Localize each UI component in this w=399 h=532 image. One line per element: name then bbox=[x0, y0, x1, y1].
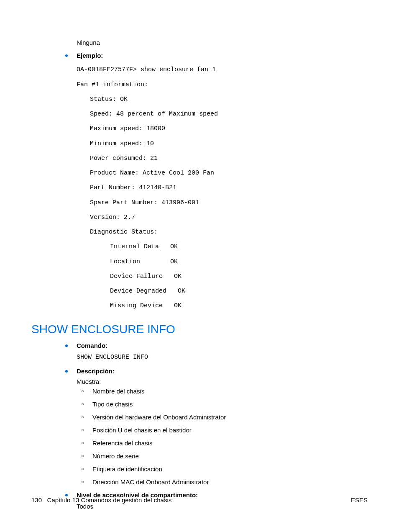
code-line: Spare Part Number: 413996-001 bbox=[77, 195, 368, 210]
list-item: Referencia del chasis bbox=[92, 439, 368, 447]
ejemplo-bullet: Ejemplo: bbox=[77, 52, 368, 59]
list-item-text: Nombre del chasis bbox=[92, 388, 144, 395]
code-line: Status: OK bbox=[77, 92, 368, 107]
code-line: Speed: 48 percent of Maximum speed bbox=[77, 107, 368, 121]
code-line: Internal Data OK bbox=[77, 239, 368, 254]
descripcion-label: Descripción: bbox=[77, 368, 115, 375]
bullet-icon bbox=[65, 344, 68, 347]
code-line: Device Degraded OK bbox=[77, 284, 368, 298]
code-line: Power consumed: 21 bbox=[77, 151, 368, 166]
list-item-text: Etiqueta de identificación bbox=[92, 465, 162, 473]
nivel-value: Todos bbox=[77, 503, 368, 510]
code-line: Fan #1 information: bbox=[77, 77, 368, 92]
section-title: SHOW ENCLOSURE INFO bbox=[31, 323, 368, 336]
page-footer: 130 Capítulo 13 Comandos de gestión del … bbox=[0, 496, 399, 504]
list-item: Etiqueta de identificación bbox=[92, 465, 368, 473]
code-line: Diagnostic Status: bbox=[77, 225, 368, 239]
footer-left: 130 Capítulo 13 Comandos de gestión del … bbox=[31, 496, 171, 504]
ring-icon bbox=[82, 416, 84, 418]
page-content: Ninguna Ejemplo: OA-0018FE27577F> show e… bbox=[0, 0, 399, 510]
descripcion-intro: Muestra: bbox=[77, 378, 368, 385]
list-item-text: Número de serie bbox=[92, 452, 139, 460]
list-item: Tipo de chasis bbox=[92, 401, 368, 408]
list-item-text: Referencia del chasis bbox=[92, 439, 152, 447]
list-item-text: Versión del hardware del Onboard Adminis… bbox=[92, 414, 226, 421]
code-line: Missing Device OK bbox=[77, 298, 368, 313]
footer-chapter: Capítulo 13 Comandos de gestión del chas… bbox=[47, 496, 172, 504]
bullet-icon bbox=[65, 370, 68, 373]
comando-label: Comando: bbox=[77, 342, 107, 349]
ring-icon bbox=[82, 481, 84, 483]
ring-icon bbox=[82, 390, 84, 392]
footer-right: ESES bbox=[351, 496, 368, 504]
comando-value: SHOW ENCLOSURE INFO bbox=[77, 352, 368, 362]
description-list: Nombre del chasis Tipo de chasis Versión… bbox=[92, 388, 368, 486]
ring-icon bbox=[82, 429, 84, 431]
comando-bullet: Comando: bbox=[77, 342, 368, 349]
code-line: Maximum speed: 18000 bbox=[77, 121, 368, 136]
bullet-icon bbox=[65, 494, 68, 496]
code-line: Version: 2.7 bbox=[77, 210, 368, 225]
bullet-icon bbox=[65, 54, 68, 57]
list-item: Nombre del chasis bbox=[92, 388, 368, 395]
code-line: Part Number: 412140-B21 bbox=[77, 180, 368, 195]
ejemplo-label: Ejemplo: bbox=[77, 52, 103, 59]
ring-icon bbox=[82, 455, 84, 457]
list-item-text: Dirección MAC del Onboard Administrator bbox=[92, 478, 209, 486]
code-line: OA-0018FE27577F> show enclosure fan 1 bbox=[77, 62, 368, 77]
descripcion-bullet: Descripción: bbox=[77, 368, 368, 375]
list-item-text: Posición U del chasis en el bastidor bbox=[92, 427, 192, 434]
list-item: Número de serie bbox=[92, 452, 368, 460]
code-line: Product Name: Active Cool 200 Fan bbox=[77, 166, 368, 180]
list-item: Dirección MAC del Onboard Administrator bbox=[92, 478, 368, 486]
ring-icon bbox=[82, 442, 84, 444]
list-item: Posición U del chasis en el bastidor bbox=[92, 427, 368, 434]
list-item-text: Tipo de chasis bbox=[92, 401, 133, 408]
ring-icon bbox=[82, 403, 84, 405]
code-line: Location OK bbox=[77, 254, 368, 269]
code-line: Minimum speed: 10 bbox=[77, 136, 368, 151]
list-item: Versión del hardware del Onboard Adminis… bbox=[92, 414, 368, 421]
top-text: Ninguna bbox=[77, 39, 368, 47]
code-line: Device Failure OK bbox=[77, 269, 368, 284]
ring-icon bbox=[82, 468, 84, 470]
page-number: 130 bbox=[31, 496, 42, 504]
